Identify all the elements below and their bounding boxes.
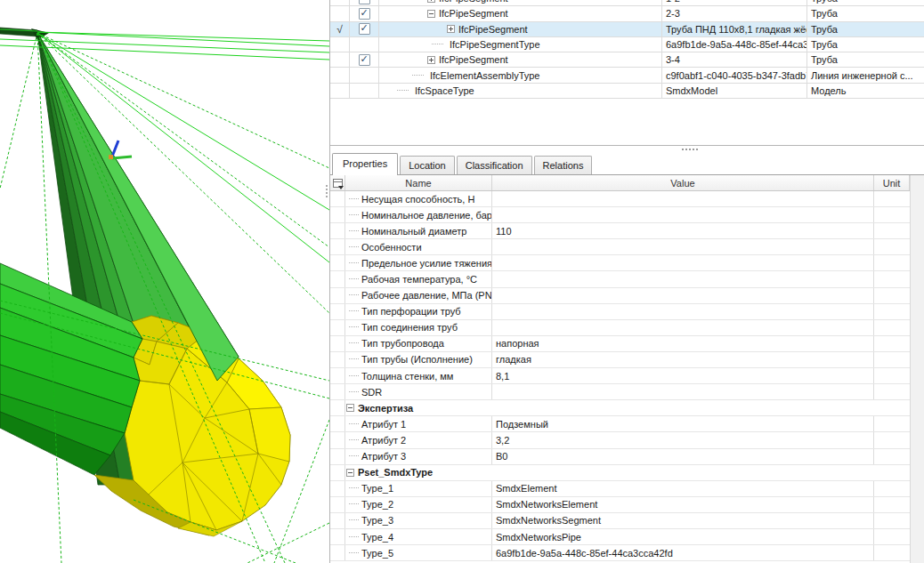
horizontal-splitter[interactable] bbox=[330, 146, 924, 153]
property-value-cell[interactable] bbox=[492, 320, 874, 335]
visibility-checkbox[interactable] bbox=[359, 54, 370, 66]
property-group-row[interactable]: Pset_SmdxType bbox=[330, 465, 924, 481]
property-name-cell: Type_3 bbox=[345, 513, 492, 528]
property-row[interactable]: Тип соединения труб bbox=[330, 320, 924, 336]
tree-cell-checkbox bbox=[350, 0, 379, 5]
tab-relations[interactable]: Relations bbox=[534, 156, 593, 174]
property-value-cell[interactable] bbox=[492, 384, 874, 399]
property-name-label: Тип трубопровода bbox=[361, 338, 444, 349]
property-unit-cell bbox=[874, 336, 910, 351]
property-name-label: Type_2 bbox=[361, 499, 393, 510]
collapse-minus-icon[interactable] bbox=[346, 469, 354, 477]
expand-plus-icon[interactable] bbox=[447, 25, 455, 33]
property-row[interactable]: Несущая способность, Н bbox=[330, 191, 924, 207]
row-indicator-cell bbox=[330, 465, 345, 480]
property-row[interactable]: Атрибут 3B0 bbox=[330, 449, 924, 465]
3d-viewport[interactable] bbox=[0, 0, 330, 563]
tree-row[interactable]: IfcPipeSegment3-4Труба bbox=[330, 52, 924, 68]
visibility-checkbox[interactable] bbox=[359, 23, 370, 35]
tree-cell-status bbox=[330, 52, 350, 67]
property-value-cell[interactable] bbox=[492, 207, 874, 222]
property-name-label: Тип соединения труб bbox=[361, 322, 458, 333]
property-row[interactable]: SDR bbox=[330, 384, 924, 400]
property-row[interactable]: Type_1SmdxElement bbox=[330, 481, 924, 497]
property-value-cell[interactable]: гладкая bbox=[492, 352, 874, 367]
property-value-cell[interactable] bbox=[492, 304, 874, 319]
property-value-cell[interactable]: 6a9fb1de-9a5a-448c-85ef-44ca3cca42fd bbox=[492, 545, 874, 560]
tree-row[interactable]: √IfcPipeSegmentТруба ПНД 110x8,1 гладкая… bbox=[330, 22, 924, 37]
property-row[interactable]: Номинальное давление, бар (PN) bbox=[330, 207, 924, 223]
panel-splitter-grip[interactable] bbox=[326, 185, 328, 197]
tree-row[interactable]: IfcPipeSegment2-3Труба bbox=[330, 6, 924, 21]
model-canvas[interactable] bbox=[0, 0, 330, 563]
row-indicator-cell bbox=[330, 400, 345, 415]
property-row[interactable]: Type_4SmdxNetworksPipe bbox=[330, 529, 924, 545]
property-name-cell: Type_4 bbox=[345, 529, 492, 544]
property-row[interactable]: Атрибут 1Подземный bbox=[330, 416, 924, 432]
property-unit-cell bbox=[874, 320, 910, 335]
collapse-minus-icon[interactable] bbox=[427, 10, 435, 18]
property-group-label: Экспертиза bbox=[358, 403, 413, 414]
collapse-minus-icon[interactable] bbox=[346, 404, 354, 412]
property-row[interactable]: Атрибут 23,2 bbox=[330, 432, 924, 448]
property-value-cell[interactable] bbox=[492, 255, 874, 270]
field-chooser-button[interactable] bbox=[330, 175, 345, 190]
column-header-unit[interactable]: Unit bbox=[874, 175, 910, 190]
property-row[interactable]: Рабочая температура, °С bbox=[330, 271, 924, 287]
tree-elbow-line bbox=[349, 326, 359, 328]
visibility-checkbox[interactable] bbox=[359, 8, 370, 20]
property-value-cell[interactable]: 8,1 bbox=[492, 368, 874, 383]
tree-row[interactable]: IfcPipeSegment1-2Труба bbox=[330, 0, 924, 6]
expand-plus-icon[interactable] bbox=[427, 56, 435, 64]
property-row[interactable]: Type_3SmdxNetworksSegment bbox=[330, 513, 924, 529]
ifc-structure-table: IfcPipeSegment1-2ТрубаIfcPipeSegment2-3Т… bbox=[330, 0, 924, 145]
column-header-name[interactable]: Name bbox=[345, 175, 492, 190]
property-value-cell[interactable] bbox=[492, 288, 874, 303]
property-value-cell[interactable] bbox=[492, 239, 874, 254]
tab-classification[interactable]: Classification bbox=[457, 156, 532, 174]
tab-properties[interactable]: Properties bbox=[332, 153, 398, 175]
expand-plus-icon[interactable] bbox=[427, 0, 435, 3]
property-row[interactable]: Тип трубы (Исполнение)гладкая bbox=[330, 352, 924, 368]
property-value-cell[interactable]: SmdxNetworksSegment bbox=[492, 513, 874, 528]
property-value-cell[interactable]: B0 bbox=[492, 449, 874, 464]
property-group-header: Экспертиза bbox=[345, 400, 910, 415]
tree-cell-value: 2-3 bbox=[662, 6, 807, 20]
column-header-value[interactable]: Value bbox=[492, 175, 874, 190]
property-row[interactable]: Type_2SmdxNetworksElement bbox=[330, 497, 924, 513]
property-value-cell[interactable]: SmdxNetworksElement bbox=[492, 497, 874, 512]
tree-elbow-line bbox=[349, 214, 359, 216]
visibility-checkbox[interactable] bbox=[359, 0, 370, 4]
property-unit-cell bbox=[874, 416, 910, 431]
property-row[interactable]: Тип трубопроводанапорная bbox=[330, 336, 924, 352]
property-value-cell[interactable]: 110 bbox=[492, 223, 874, 238]
properties-scrollbar-track[interactable] bbox=[910, 175, 924, 563]
property-row[interactable]: Предельное усилие тяжения, кН bbox=[330, 255, 924, 271]
property-value-cell[interactable]: 3,2 bbox=[492, 432, 874, 447]
property-value-cell[interactable]: SmdxNetworksPipe bbox=[492, 529, 874, 544]
property-row[interactable]: Толщина стенки, мм8,1 bbox=[330, 368, 924, 384]
row-indicator-cell bbox=[330, 432, 345, 447]
tab-location[interactable]: Location bbox=[400, 156, 455, 174]
tree-cell-name: IfcPipeSegment bbox=[379, 0, 662, 5]
row-indicator-cell bbox=[330, 513, 345, 528]
property-row[interactable]: Рабочее давление, МПа (PN) bbox=[330, 288, 924, 304]
property-row[interactable]: Номинальный диаметр110 bbox=[330, 223, 924, 239]
property-value-cell[interactable] bbox=[492, 271, 874, 286]
property-value-cell[interactable]: Подземный bbox=[492, 416, 874, 431]
tree-row[interactable]: IfcPipeSegmentType6a9fb1de-9a5a-448c-85e… bbox=[330, 37, 924, 52]
row-indicator-cell bbox=[330, 288, 345, 303]
property-group-row[interactable]: Экспертиза bbox=[330, 400, 924, 416]
property-value-cell[interactable]: напорная bbox=[492, 336, 874, 351]
tree-elbow-line bbox=[397, 90, 409, 92]
cone-apex bbox=[0, 28, 49, 40]
property-value-cell[interactable]: SmdxElement bbox=[492, 481, 874, 496]
tree-cell-checkbox bbox=[350, 68, 379, 82]
property-row[interactable]: Особенности bbox=[330, 239, 924, 255]
tree-cell-type: Труба bbox=[807, 22, 924, 36]
property-row[interactable]: Type_56a9fb1de-9a5a-448c-85ef-44ca3cca42… bbox=[330, 545, 924, 561]
tree-row[interactable]: IfcSpaceTypeSmdxModelМодель bbox=[330, 84, 924, 99]
tree-row[interactable]: IfcElementAssemblyTypec9f0abf1-c040-4035… bbox=[330, 68, 924, 83]
property-value-cell[interactable] bbox=[492, 191, 874, 206]
property-row[interactable]: Тип перфорации труб bbox=[330, 304, 924, 320]
